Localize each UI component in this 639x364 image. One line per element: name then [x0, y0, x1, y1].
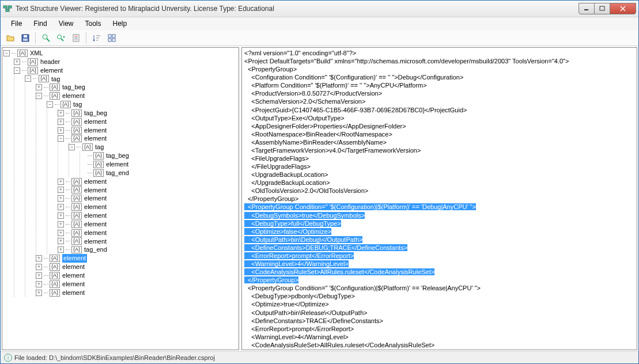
code-line-highlighted[interactable]: <PropertyGroup Condition=" '$(Configurat…: [244, 203, 634, 211]
tree-node-label[interactable]: element: [84, 177, 107, 186]
tree-node-label[interactable]: element: [84, 117, 107, 126]
expand-icon[interactable]: +: [58, 238, 64, 244]
expand-icon[interactable]: +: [36, 255, 42, 261]
document-button[interactable]: [70, 32, 82, 44]
tree-node-label[interactable]: element: [84, 229, 107, 237]
expand-icon[interactable]: +: [58, 187, 64, 193]
tree-node-label[interactable]: element: [62, 280, 85, 289]
code-line[interactable]: </UpgradeBackupLocation>: [244, 179, 634, 187]
collapse-icon[interactable]: −: [58, 135, 64, 142]
code-line[interactable]: <RootNamespace>BinReader</RootNamespace>: [244, 130, 634, 138]
tree-node-label[interactable]: tag_end: [106, 169, 129, 177]
expand-icon[interactable]: +: [58, 230, 64, 236]
code-line-highlighted[interactable]: <OutputPath>bin\Debug\</OutputPath>: [244, 236, 634, 244]
code-line[interactable]: <PropertyGroup Condition=" '$(Configurat…: [244, 284, 634, 292]
expand-icon[interactable]: +: [36, 84, 42, 90]
code-line-highlighted[interactable]: </PropertyGroup>: [244, 276, 634, 284]
tree-node-label[interactable]: tag_beg: [62, 83, 85, 92]
code-line[interactable]: <UpgradeBackupLocation>: [244, 170, 634, 179]
expand-icon[interactable]: +: [58, 247, 64, 253]
expand-icon[interactable]: +: [58, 127, 64, 134]
collapse-icon[interactable]: −: [69, 144, 75, 150]
code-panel[interactable]: <?xml version="1.0" encoding="utf-8"?><P…: [241, 47, 637, 350]
collapse-icon[interactable]: −: [3, 50, 10, 56]
expand-icon[interactable]: +: [58, 195, 64, 202]
code-line[interactable]: </PropertyGroup>: [244, 349, 634, 350]
expand-icon[interactable]: +: [58, 179, 64, 185]
find-button[interactable]: [40, 32, 52, 44]
maximize-button[interactable]: [594, 3, 610, 14]
find-next-button[interactable]: [55, 32, 67, 44]
code-line[interactable]: <Project DefaultTargets="Build" xmlns="h…: [244, 57, 634, 65]
tree-node-label[interactable]: element: [62, 289, 85, 297]
code-line-highlighted[interactable]: <DebugSymbols>true</DebugSymbols>: [244, 211, 634, 219]
expand-icon[interactable]: +: [58, 213, 64, 219]
save-button[interactable]: [19, 32, 32, 44]
tree-node-label[interactable]: element: [84, 237, 107, 246]
code-line[interactable]: </PropertyGroup>: [244, 195, 634, 203]
tree-node-label[interactable]: element: [84, 186, 107, 195]
code-line-highlighted[interactable]: <ErrorReport>prompt</ErrorReport>: [244, 252, 634, 260]
code-line[interactable]: <OutputPath>bin\Release\</OutputPath>: [244, 309, 634, 317]
code-line[interactable]: <?xml version="1.0" encoding="utf-8"?>: [244, 49, 634, 57]
tree-node-label[interactable]: element: [62, 92, 85, 100]
code-line[interactable]: <Platform Condition=" '$(Platform)' == '…: [244, 81, 634, 89]
code-line[interactable]: <AssemblyName>BinReader</AssemblyName>: [244, 138, 634, 146]
expand-icon[interactable]: +: [58, 119, 64, 125]
code-line-highlighted[interactable]: <DebugType>full</DebugType>: [244, 219, 634, 227]
tree-node-label[interactable]: element: [106, 160, 128, 169]
code-line[interactable]: <DebugType>pdbonly</DebugType>: [244, 292, 634, 300]
expand-icon[interactable]: +: [36, 281, 42, 287]
code-line[interactable]: <CodeAnalysisRuleSet>AllRules.ruleset</C…: [244, 341, 634, 349]
tree-node-label[interactable]: tag: [51, 75, 60, 84]
menu-view[interactable]: View: [53, 18, 80, 29]
tree-node-label[interactable]: element: [84, 194, 107, 203]
code-line[interactable]: <ProductVersion>8.0.50727</ProductVersio…: [244, 89, 634, 97]
tree-node-label[interactable]: element: [84, 126, 107, 135]
code-line[interactable]: <TargetFrameworkVersion>v4.0</TargetFram…: [244, 146, 634, 154]
menu-file[interactable]: File: [5, 18, 28, 29]
tree-node-label[interactable]: element: [84, 220, 107, 229]
tree-node-label[interactable]: tag: [95, 143, 104, 151]
code-line-highlighted[interactable]: <DefineConstants>DEBUG;TRACE</DefineCons…: [244, 244, 634, 252]
collapse-icon[interactable]: −: [47, 101, 53, 108]
collapse-icon[interactable]: −: [25, 75, 31, 82]
menu-help[interactable]: Help: [107, 18, 133, 29]
expand-icon[interactable]: +: [58, 110, 64, 116]
expand-icon[interactable]: +: [36, 264, 42, 270]
code-line[interactable]: <OldToolsVersion>2.0</OldToolsVersion>: [244, 187, 634, 195]
code-line-highlighted[interactable]: <WarningLevel>4</WarningLevel>: [244, 260, 634, 268]
expand-icon[interactable]: +: [36, 290, 42, 296]
expand-icon[interactable]: +: [14, 59, 20, 65]
tree-node-label[interactable]: tag_beg: [84, 109, 107, 117]
code-line[interactable]: <WarningLevel>4</WarningLevel>: [244, 333, 634, 341]
tree-panel[interactable]: −{A}XML+{A}header−{A}element−{A}tag+{A}t…: [2, 47, 239, 350]
collapse-icon[interactable]: −: [14, 67, 20, 74]
tree-node-label[interactable]: tag: [73, 100, 82, 109]
tree-node-label[interactable]: tag_end: [84, 245, 107, 254]
tree-node-label[interactable]: element: [84, 203, 107, 211]
tree-node-label[interactable]: element: [84, 134, 107, 143]
collapse-icon[interactable]: −: [36, 93, 42, 99]
expand-icon[interactable]: +: [58, 204, 64, 210]
code-line[interactable]: <PropertyGroup>: [244, 65, 634, 73]
close-button[interactable]: [610, 3, 636, 14]
menu-tools[interactable]: Tools: [79, 18, 107, 29]
code-line[interactable]: <SchemaVersion>2.0</SchemaVersion>: [244, 97, 634, 105]
expand-icon[interactable]: +: [36, 272, 42, 279]
sort-button[interactable]: [90, 32, 103, 44]
code-line[interactable]: <OutputType>Exe</OutputType>: [244, 114, 634, 122]
code-line[interactable]: <ErrorReport>prompt</ErrorReport>: [244, 325, 634, 333]
tree-node-label[interactable]: XML: [30, 49, 43, 58]
tree-node-label[interactable]: element: [62, 254, 87, 263]
code-line[interactable]: </FileUpgradeFlags>: [244, 162, 634, 170]
tree-node-label[interactable]: element: [84, 211, 107, 220]
code-line[interactable]: <AppDesignerFolder>Properties</AppDesign…: [244, 122, 634, 130]
tree-node-label[interactable]: header: [40, 58, 60, 66]
tree-node-label[interactable]: element: [62, 263, 85, 271]
open-button[interactable]: [4, 32, 17, 44]
tree-node-label[interactable]: tag_beg: [106, 151, 129, 160]
expand-icon[interactable]: +: [58, 221, 64, 227]
tree-node-label[interactable]: element: [62, 271, 85, 280]
tree-node-label[interactable]: element: [40, 66, 63, 75]
